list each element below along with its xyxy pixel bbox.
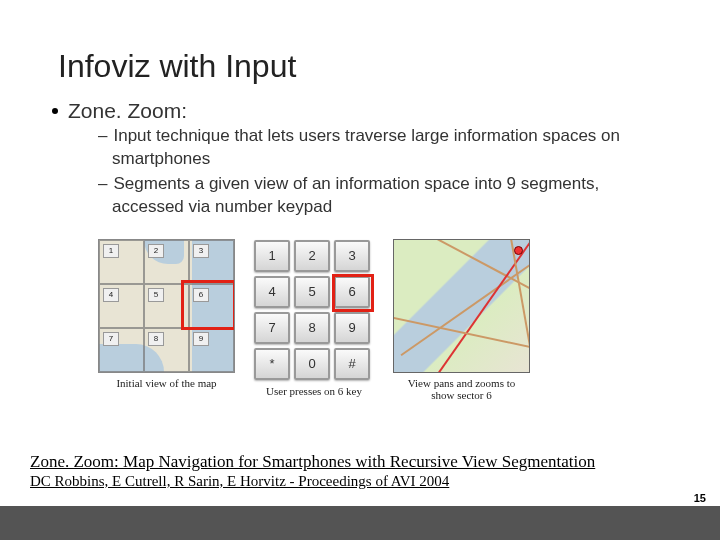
map-road: [401, 246, 530, 356]
map-cell-1: 1: [103, 244, 119, 258]
map-pin-icon: [514, 246, 523, 255]
figure-keypad: 1 2 3 4 5 6 7 8 9 * 0 # User presses on …: [253, 239, 375, 397]
dash-icon: –: [98, 126, 107, 145]
keypad-highlight-rect: [332, 274, 374, 312]
map-cell-5: 5: [148, 288, 164, 302]
map-cell-8: 8: [148, 332, 164, 346]
citation-title: Zone. Zoom: Map Navigation for Smartphon…: [30, 452, 595, 472]
initial-map-image: 1 2 3 4 5 6 7 8 9: [98, 239, 235, 373]
bullet2a-text: Input technique that lets users traverse…: [112, 126, 620, 168]
citation-block: Zone. Zoom: Map Navigation for Smartphon…: [30, 452, 595, 490]
key-9[interactable]: 9: [334, 312, 370, 344]
caption-initial-map: Initial view of the map: [116, 377, 216, 389]
slide-title: Infoviz with Input: [58, 48, 720, 85]
key-2[interactable]: 2: [294, 240, 330, 272]
bottom-bar: [0, 506, 720, 540]
bullet-level1: Zone. Zoom:: [52, 99, 660, 123]
key-8[interactable]: 8: [294, 312, 330, 344]
bullet2b-text: Segments a given view of an information …: [112, 174, 599, 216]
map-road: [393, 315, 530, 356]
caption-zoomed-map: View pans and zooms to show sector 6: [397, 377, 527, 401]
key-0[interactable]: 0: [294, 348, 330, 380]
map-cell-2: 2: [148, 244, 164, 258]
key-1[interactable]: 1: [254, 240, 290, 272]
key-3[interactable]: 3: [334, 240, 370, 272]
slide: Infoviz with Input Zone. Zoom: –Input te…: [0, 0, 720, 540]
key-5[interactable]: 5: [294, 276, 330, 308]
caption-keypad: User presses on 6 key: [266, 385, 362, 397]
bullet1-text: Zone. Zoom:: [68, 99, 187, 122]
figure-initial-map: 1 2 3 4 5 6 7 8 9 Initial view of the ma…: [98, 239, 235, 389]
bullet-level2-a: –Input technique that lets users travers…: [98, 125, 630, 171]
dash-icon: –: [98, 174, 107, 193]
bullet-icon: [52, 108, 58, 114]
bullet-level2-b: –Segments a given view of an information…: [98, 173, 630, 219]
zoomed-map-image: [393, 239, 530, 373]
keypad-wrap: 1 2 3 4 5 6 7 8 9 * 0 #: [253, 239, 375, 381]
highlight-rect: [181, 280, 235, 330]
citation-authors: DC Robbins, E Cutrell, R Sarin, E Horvit…: [30, 473, 595, 490]
key-star[interactable]: *: [254, 348, 290, 380]
map-cell-4: 4: [103, 288, 119, 302]
page-number: 15: [694, 492, 706, 504]
figure-row: 1 2 3 4 5 6 7 8 9 Initial view of the ma…: [98, 239, 720, 401]
map-road: [501, 239, 530, 373]
figure-zoomed-map: View pans and zooms to show sector 6: [393, 239, 530, 401]
map-cell-7: 7: [103, 332, 119, 346]
key-hash[interactable]: #: [334, 348, 370, 380]
map-cell-3: 3: [193, 244, 209, 258]
key-7[interactable]: 7: [254, 312, 290, 344]
key-4[interactable]: 4: [254, 276, 290, 308]
map-cell-9: 9: [193, 332, 209, 346]
